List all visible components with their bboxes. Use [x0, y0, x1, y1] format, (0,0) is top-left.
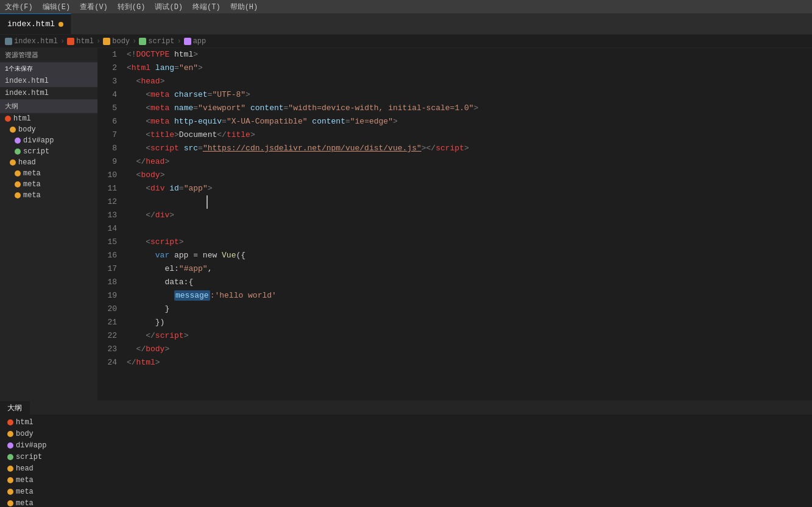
outline-meta-1[interactable]: meta	[0, 168, 97, 179]
outline-panel: 大纲 html body div#app script head	[0, 99, 97, 400]
tab-label: index.html	[7, 19, 55, 29]
bottom-outline-head[interactable]: head	[5, 463, 807, 474]
outline-meta-3[interactable]: meta	[0, 190, 97, 201]
menu-view[interactable]: 查看(V)	[80, 2, 108, 12]
breadcrumb-sep-4: ›	[177, 37, 181, 46]
code-line-10: <body>	[127, 169, 812, 182]
menu-file[interactable]: 文件(F)	[5, 2, 33, 12]
bottom-outline-html[interactable]: html	[5, 417, 807, 428]
ln-17: 17	[102, 262, 117, 276]
outline-header: 大纲	[0, 100, 97, 113]
code-container: 1 2 3 4 5 6 7 8 9 10 11 12 13 14 15 16 1…	[97, 48, 812, 400]
breadcrumb-body-label: body	[112, 37, 130, 46]
outline-body[interactable]: body	[0, 124, 97, 135]
breadcrumb-script[interactable]: script	[139, 37, 174, 46]
ln-21: 21	[102, 316, 117, 329]
code-line-13: </div>	[127, 209, 812, 222]
menu-bar: 文件(F) 编辑(E) 查看(V) 转到(G) 调试(D) 终端(T) 帮助(H…	[0, 0, 812, 13]
sidebar-header: 资源管理器	[0, 48, 97, 63]
ln-2: 2	[102, 61, 117, 75]
breadcrumb-script-label: script	[148, 37, 174, 46]
body-icon	[103, 38, 110, 45]
tab-bar: index.html	[0, 13, 812, 35]
main-area: 资源管理器 1个未保存 index.html index.html 大纲 htm…	[0, 48, 812, 400]
code-line-2: <html lang="en">	[127, 61, 812, 75]
meta-dot-2	[15, 181, 21, 187]
ln-15: 15	[102, 236, 117, 249]
ln-7: 7	[102, 128, 117, 142]
breadcrumb-html[interactable]: html	[67, 37, 94, 46]
ln-10: 10	[102, 169, 117, 182]
sidebar-file-index2[interactable]: index.html	[0, 87, 97, 99]
sidebar-section: 1个未保存	[0, 63, 97, 75]
meta-dot-1	[15, 170, 21, 177]
meta-dot-3	[15, 192, 21, 198]
sidebar: 资源管理器 1个未保存 index.html index.html 大纲 htm…	[0, 48, 97, 400]
bottom-outline-meta-3[interactable]: meta	[5, 498, 807, 507]
bottom-outline-body[interactable]: body	[5, 428, 807, 439]
ln-9: 9	[102, 155, 117, 169]
editor-area[interactable]: 1 2 3 4 5 6 7 8 9 10 11 12 13 14 15 16 1…	[97, 48, 812, 400]
script-icon	[139, 38, 146, 45]
code-line-21: })	[127, 316, 812, 329]
code-line-20: }	[127, 302, 812, 316]
bottom-content: html body div#app script head meta	[0, 414, 812, 507]
breadcrumb-html-label: html	[76, 37, 94, 46]
ln-3: 3	[102, 75, 117, 88]
breadcrumb-sep-3: ›	[132, 37, 136, 46]
html-dot	[5, 116, 11, 122]
bottom-outline-div[interactable]: div#app	[5, 440, 807, 451]
menu-goto[interactable]: 转到(G)	[118, 2, 146, 12]
bottom-outline-meta-2[interactable]: meta	[5, 486, 807, 497]
breadcrumb-app[interactable]: app	[184, 37, 207, 46]
menu-edit[interactable]: 编辑(E)	[43, 2, 71, 12]
outline-list: html body div#app script head meta	[5, 417, 807, 507]
code-line-7: <title>Document</title>	[127, 128, 812, 142]
ln-20: 20	[102, 302, 117, 316]
outline-div-app[interactable]: div#app	[0, 135, 97, 146]
line-numbers: 1 2 3 4 5 6 7 8 9 10 11 12 13 14 15 16 1…	[97, 48, 127, 400]
code-lines: <!DOCTYPE html> <html lang="en"> <head> …	[127, 48, 812, 400]
meta-dot-b3	[7, 500, 13, 506]
ln-13: 13	[102, 209, 117, 222]
code-line-12	[127, 195, 812, 209]
breadcrumb-body[interactable]: body	[103, 37, 130, 46]
breadcrumb-sep-2: ›	[96, 37, 101, 46]
code-line-15: <script>	[127, 236, 812, 249]
div-dot	[15, 138, 21, 144]
html-dot-b	[7, 419, 13, 425]
ln-16: 16	[102, 249, 117, 262]
code-line-11: <div id="app">	[127, 182, 812, 195]
bottom-outline-meta-1[interactable]: meta	[5, 475, 807, 486]
script-dot-b	[7, 454, 13, 460]
ln-8: 8	[102, 142, 117, 155]
ln-24: 24	[102, 356, 117, 369]
menu-help[interactable]: 帮助(H)	[230, 2, 258, 12]
bottom-tabs: 大纲	[0, 401, 812, 414]
bottom-outline-script[interactable]: script	[5, 452, 807, 463]
ln-22: 22	[102, 329, 117, 343]
outline-html[interactable]: html	[0, 113, 97, 124]
tab-modified-indicator	[58, 22, 63, 27]
ln-1: 1	[102, 48, 117, 61]
breadcrumb-sep-1: ›	[60, 37, 65, 46]
code-line-5: <meta name="viewport" content="width=dev…	[127, 102, 812, 115]
tab-index-html[interactable]: index.html	[0, 13, 71, 34]
breadcrumb-bar: index.html › html › body › script › app	[0, 35, 812, 48]
code-line-4: <meta charset="UTF-8">	[127, 88, 812, 102]
menu-terminal[interactable]: 终端(T)	[192, 2, 221, 12]
bottom-tab-outline[interactable]: 大纲	[0, 401, 30, 414]
breadcrumb-file[interactable]: index.html	[5, 37, 58, 46]
sidebar-file-index[interactable]: index.html	[0, 75, 97, 87]
code-line-8: <script src="https://cdn.jsdelivr.net/np…	[127, 142, 812, 155]
breadcrumb-app-label: app	[193, 37, 207, 46]
ln-6: 6	[102, 115, 117, 128]
code-line-24: </html>	[127, 356, 812, 369]
outline-script[interactable]: script	[0, 146, 97, 157]
menu-debug[interactable]: 调试(D)	[155, 2, 183, 12]
outline-meta-2[interactable]: meta	[0, 179, 97, 190]
outline-head[interactable]: head	[0, 157, 97, 168]
ln-23: 23	[102, 343, 117, 356]
ln-5: 5	[102, 102, 117, 115]
code-line-22: </script>	[127, 329, 812, 343]
